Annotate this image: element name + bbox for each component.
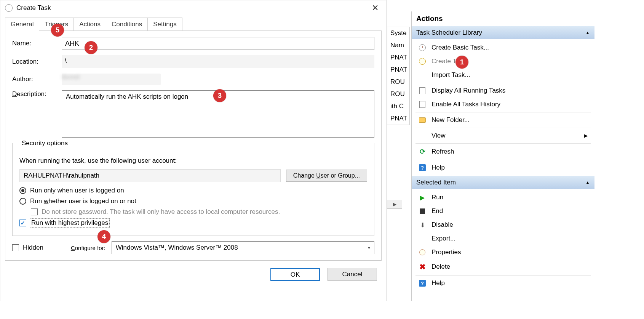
checkbox-icon xyxy=(19,220,26,226)
callout-5: 5 xyxy=(51,24,64,37)
folder-icon xyxy=(419,117,426,123)
play-icon: ▶ xyxy=(419,194,426,201)
help-icon: ? xyxy=(419,280,426,287)
action-delete[interactable]: ✖ Delete xyxy=(412,259,594,274)
callout-1: 1 xyxy=(455,56,468,69)
configure-for-label: Configure for: xyxy=(71,245,105,251)
dialog-footer: OK Cancel xyxy=(0,261,386,288)
checkbox-run-highest-privileges[interactable]: Run with highest privileges xyxy=(19,219,367,227)
general-tab-panel: Name: Location: \ Author: blurred Descri… xyxy=(5,30,382,261)
callout-3: 3 xyxy=(213,89,226,102)
tab-settings[interactable]: Settings xyxy=(147,18,182,31)
ok-button[interactable]: OK xyxy=(270,268,320,281)
clock-icon xyxy=(5,4,13,12)
section-task-scheduler-library[interactable]: Task Scheduler Library ▲ xyxy=(412,26,594,39)
action-run[interactable]: ▶ Run xyxy=(412,191,594,204)
action-properties[interactable]: Properties xyxy=(412,245,594,259)
user-account-display: RAHULPNATH\rahulpnath xyxy=(19,169,281,182)
clock-gold-icon xyxy=(419,58,426,65)
close-button[interactable]: ✕ xyxy=(369,2,382,14)
library-actions-list: Create Basic Task... Create T... Import … xyxy=(412,39,594,176)
checkbox-icon xyxy=(31,208,38,215)
scroll-right-button[interactable]: ▶ xyxy=(387,200,402,209)
delete-icon: ✖ xyxy=(419,262,426,271)
configure-for-select[interactable]: Windows Vista™, Windows Server™ 2008 ▾ xyxy=(112,241,374,254)
title-bar: Create Task ✕ xyxy=(0,0,386,16)
section-selected-item[interactable]: Selected Item ▲ xyxy=(412,176,594,189)
refresh-icon: ⟳ xyxy=(419,147,426,156)
action-enable-history[interactable]: Enable All Tasks History xyxy=(412,98,594,111)
description-label: Description: xyxy=(12,90,62,98)
name-input[interactable] xyxy=(62,37,374,50)
checkbox-do-not-store-password: Do not store password. The task will onl… xyxy=(31,208,367,216)
radio-icon xyxy=(19,198,26,205)
create-task-dialog: Create Task ✕ General Triggers Actions C… xyxy=(0,0,387,301)
dialog-title: Create Task xyxy=(16,4,51,12)
clock-icon xyxy=(419,44,426,51)
stop-icon xyxy=(420,208,425,214)
author-label: Author: xyxy=(12,75,62,83)
location-value: \ xyxy=(62,55,374,68)
action-create-basic-task[interactable]: Create Basic Task... xyxy=(412,41,594,55)
action-display-running-tasks[interactable]: Display All Running Tasks xyxy=(412,84,594,98)
change-user-button[interactable]: Change User or Group... xyxy=(286,170,367,182)
action-refresh[interactable]: ⟳ Refresh xyxy=(412,144,594,159)
callout-4: 4 xyxy=(97,230,110,243)
action-view[interactable]: View ▶ xyxy=(412,129,594,143)
actions-pane-title: Actions xyxy=(412,11,594,26)
chevron-right-icon: ▶ xyxy=(584,133,588,138)
tab-conditions[interactable]: Conditions xyxy=(106,18,148,31)
checkbox-hidden[interactable]: Hidden xyxy=(12,244,43,252)
properties-icon xyxy=(419,249,425,255)
action-disable[interactable]: ⬇ Disable xyxy=(412,218,594,232)
checkbox-icon xyxy=(12,244,19,251)
disable-icon: ⬇ xyxy=(419,221,426,229)
radio-run-when-logged-on[interactable]: Run only when user is logged on xyxy=(19,187,367,194)
security-options-group: Security options When running the task, … xyxy=(12,143,374,236)
action-create-task[interactable]: Create T... xyxy=(412,55,594,68)
help-icon: ? xyxy=(419,164,426,171)
action-import-task[interactable]: Import Task... xyxy=(412,68,594,82)
background-task-column: Syste Nam PNAT PNAT ROU ROU ith C PNAT xyxy=(387,27,410,125)
security-options-legend: Security options xyxy=(19,139,70,147)
page-icon xyxy=(419,87,425,94)
callout-2: 2 xyxy=(85,41,97,54)
page-icon xyxy=(419,101,425,108)
collapse-icon: ▲ xyxy=(585,30,590,35)
tab-actions[interactable]: Actions xyxy=(74,18,106,31)
security-prompt: When running the task, use the following… xyxy=(19,157,367,165)
action-new-folder[interactable]: New Folder... xyxy=(412,113,594,127)
name-label: Name: xyxy=(12,40,62,47)
radio-icon xyxy=(19,187,26,194)
radio-run-whether-logged-on[interactable]: Run whether user is logged on or not xyxy=(19,197,367,205)
cancel-button[interactable]: Cancel xyxy=(328,268,377,281)
action-help[interactable]: ? Help xyxy=(412,161,594,175)
tab-general[interactable]: General xyxy=(5,18,39,31)
author-value-blurred: blurred xyxy=(62,74,161,85)
action-export[interactable]: Export... xyxy=(412,232,594,245)
actions-pane: Actions Task Scheduler Library ▲ Create … xyxy=(411,11,594,301)
chevron-down-icon: ▾ xyxy=(368,245,370,250)
collapse-icon: ▲ xyxy=(585,180,590,185)
location-label: Location: xyxy=(12,58,62,66)
action-end[interactable]: End xyxy=(412,204,594,218)
selected-item-actions-list: ▶ Run End ⬇ Disable Export... Properties… xyxy=(412,189,594,292)
action-help-selected[interactable]: ? Help xyxy=(412,276,594,290)
